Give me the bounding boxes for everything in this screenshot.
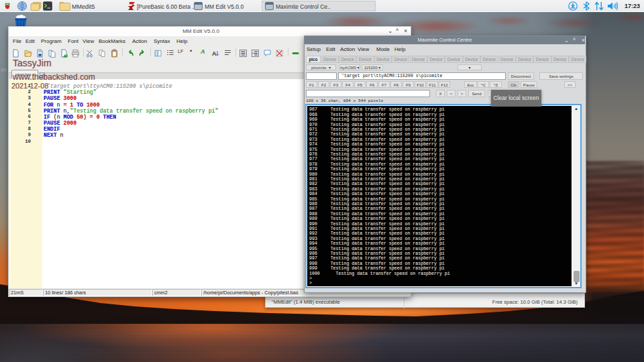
svg-text:A: A bbox=[212, 50, 217, 57]
